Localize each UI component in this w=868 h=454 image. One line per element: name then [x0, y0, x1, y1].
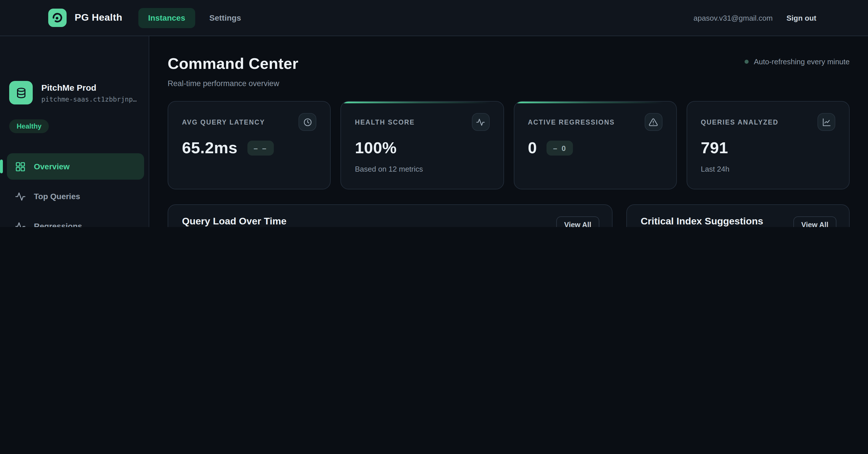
metric-value: 65.2ms — [182, 139, 238, 157]
grid-icon — [15, 161, 26, 172]
page-title: Command Center — [167, 55, 299, 73]
brand-name: PG Health — [74, 12, 122, 24]
metric-value: 0 — [528, 139, 537, 157]
nav-right: apasov.v31@gmail.com Sign out — [693, 13, 845, 22]
activity-icon — [15, 221, 26, 227]
sidebar-nav: Overview Top Queries Regressions — [0, 153, 149, 227]
alert-triangle-icon — [645, 113, 662, 131]
metric-note: Last 24h — [701, 165, 836, 173]
metric-value: 100% — [355, 139, 397, 157]
metric-label: ACTIVE REGRESSIONS — [528, 119, 615, 125]
gradient-accent-bar — [341, 102, 503, 103]
metrics-row: AVG QUERY LATENCY 65.2ms – – HEALTH SCOR… — [167, 101, 849, 189]
metric-card-health-score: HEALTH SCORE 100% Based on 12 metrics — [341, 101, 504, 189]
active-indicator-bar — [0, 160, 3, 173]
metric-card-queries-analyzed: QUERIES ANALYZED 791 Last 24h — [687, 101, 850, 189]
swirl-logo-icon — [51, 11, 64, 24]
main-content: Command Center Real-time performance ove… — [149, 36, 868, 227]
query-load-panel: Query Load Over Time Total execution tim… — [167, 204, 613, 227]
metric-value: 791 — [701, 139, 728, 157]
page-subtitle: Real-time performance overview — [167, 79, 299, 88]
sidebar-item-overview[interactable]: Overview — [7, 153, 144, 180]
trend-badge: – 0 — [547, 141, 573, 156]
instance-card[interactable]: PitchMe Prod pitchme-saas.ct1zbbrjnp… — [9, 81, 140, 104]
instance-meta: PitchMe Prod pitchme-saas.ct1zbbrjnp… — [41, 83, 136, 103]
instance-host: pitchme-saas.ct1zbbrjnp… — [41, 95, 136, 103]
view-all-button[interactable]: View All — [556, 216, 600, 227]
app-logo — [48, 9, 67, 27]
database-icon — [9, 81, 33, 104]
panel-title: Critical Index Suggestions — [641, 216, 763, 227]
tab-settings[interactable]: Settings — [199, 8, 251, 28]
top-nav: PG Health Instances Settings apasov.v31@… — [0, 0, 868, 36]
health-status-badge: Healthy — [9, 119, 49, 133]
page-header: Command Center Real-time performance ove… — [167, 55, 849, 88]
panel-title: Query Load Over Time — [182, 216, 287, 227]
sidebar-item-label: Top Queries — [34, 192, 80, 201]
instance-name: PitchMe Prod — [41, 83, 136, 92]
sidebar-item-top-queries[interactable]: Top Queries — [7, 183, 144, 209]
refresh-text: Auto-refreshing every minute — [754, 57, 849, 66]
panel-header: Critical Index Suggestions High-impact r… — [627, 205, 849, 227]
metric-card-avg-query-latency: AVG QUERY LATENCY 65.2ms – – — [167, 101, 331, 189]
metric-label: HEALTH SCORE — [355, 119, 415, 125]
user-email: apasov.v31@gmail.com — [693, 13, 773, 22]
metric-label: AVG QUERY LATENCY — [182, 119, 265, 125]
refresh-dot-icon — [745, 60, 749, 64]
gradient-accent-bar — [514, 102, 676, 103]
activity-icon — [15, 191, 26, 202]
sidebar-item-label: Regressions — [34, 222, 82, 227]
sign-out-button[interactable]: Sign out — [786, 13, 816, 22]
clock-icon — [299, 113, 317, 131]
metric-card-active-regressions: ACTIVE REGRESSIONS 0 – 0 — [514, 101, 677, 189]
activity-icon — [472, 113, 489, 131]
sidebar-item-regressions[interactable]: Regressions — [7, 213, 144, 227]
sidebar-item-label: Overview — [34, 162, 70, 171]
pg-health-dashboard: PG Health Instances Settings apasov.v31@… — [0, 0, 868, 227]
metric-note: Based on 12 metrics — [355, 165, 490, 173]
tab-instances[interactable]: Instances — [138, 8, 195, 28]
metric-label: QUERIES ANALYZED — [701, 119, 779, 125]
sidebar: PitchMe Prod pitchme-saas.ct1zbbrjnp… He… — [0, 36, 149, 227]
nav-tabs: Instances Settings — [138, 8, 251, 28]
view-all-button[interactable]: View All — [794, 216, 837, 227]
auto-refresh-status: Auto-refreshing every minute — [745, 57, 849, 66]
panels-row: Query Load Over Time Total execution tim… — [167, 204, 849, 227]
index-suggestions-panel: Critical Index Suggestions High-impact r… — [626, 204, 849, 227]
line-chart-icon — [817, 113, 835, 131]
trend-badge: – – — [247, 141, 274, 156]
panel-header: Query Load Over Time Total execution tim… — [168, 205, 612, 227]
